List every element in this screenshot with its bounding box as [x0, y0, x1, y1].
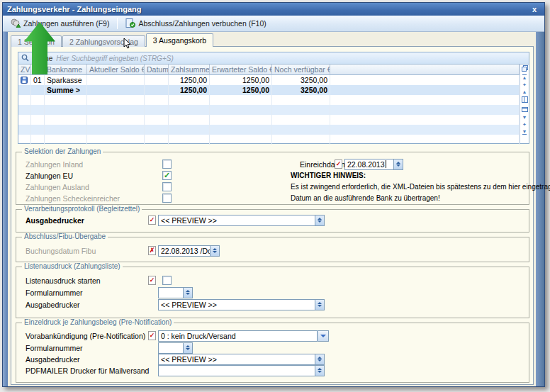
edit-check-icon[interactable]: ✓	[148, 215, 156, 225]
tab-zahlungsvorschlag[interactable]: 2 Zahlungsvorschlag	[62, 35, 145, 47]
chevron-down-icon[interactable]	[318, 330, 329, 342]
checkbox-zahlungen-ausland[interactable]	[162, 182, 172, 191]
ausgabedrucker-select[interactable]: << PREVIEW >>	[158, 215, 315, 226]
section-einzeldruck-title: Einzeldruck je Zahlungsbeleg (Pre-Notifi…	[22, 318, 174, 326]
col-header-datum[interactable]: Datum	[145, 65, 169, 75]
cell-noch-verfuegbar: 3250,00	[272, 75, 330, 85]
table-row[interactable]: 01 Sparkasse 1250,00 1250,00 3250,00	[18, 75, 520, 85]
section-selektion: Selektion der Zahlungen Zahlungen Inland…	[16, 152, 529, 205]
checkbox-zahlungen-scheckeinreicher[interactable]	[162, 194, 172, 203]
scroll-down-icon[interactable]: ▼	[522, 115, 527, 120]
cell-summe-erwarteter-saldo: 1250,00	[210, 85, 272, 95]
toolbar: Zahlungen ausführen (F9) Abschluss/Zahlu…	[3, 16, 544, 32]
table-row[interactable]	[18, 135, 520, 145]
buchungsdatum-input[interactable]: 22.08.2013 /Do	[158, 245, 211, 257]
tab-ausgangskorb[interactable]: 3 Ausgangskorb	[146, 33, 213, 47]
title-bar: Zahlungsverkehr - Zahlungseingang x	[3, 3, 544, 16]
sum-icon[interactable]	[522, 106, 528, 113]
einreichdatum-input[interactable]: 22.08.2013	[344, 159, 394, 170]
checkbox-zahlungen-eu[interactable]: ✓	[162, 171, 172, 180]
pdfmailer-select[interactable]	[158, 365, 315, 376]
hinweis-title: WICHTIGER HINWEIS:	[291, 172, 366, 179]
append-row-icon[interactable]: ✦	[522, 122, 527, 127]
table-header-row: ZV Nr. Bankname Aktueller Saldo € Datum …	[18, 65, 520, 75]
window-title: Zahlungsverkehr - Zahlungseingang	[7, 5, 141, 13]
einreichdatum-spinner[interactable]	[394, 159, 403, 170]
floppy-icon	[18, 75, 31, 85]
ausgabedrucker-label: Ausgabedrucker	[26, 355, 79, 364]
section-selektion-title: Selektion der Zahlungen	[22, 147, 103, 155]
ausgabedrucker-select[interactable]: << PREVIEW >>	[158, 354, 315, 365]
window-frame-right	[536, 32, 544, 386]
formularnummer-input[interactable]	[158, 342, 184, 354]
cell-erwarteter-saldo: 1250,00	[210, 75, 272, 85]
toolbar-separator	[117, 18, 118, 29]
hinweis-line1: Es ist zwingend erforderlich, die XML-Da…	[291, 183, 550, 191]
edit-cross-icon[interactable]: ✗	[148, 246, 156, 255]
cell-zahlsumme: 1250,00	[169, 75, 210, 85]
copy-icon[interactable]	[522, 65, 528, 72]
checkbox-listenausdruck-starten[interactable]	[162, 276, 172, 285]
table-row[interactable]	[18, 115, 520, 125]
checkbox-label-scheckeinreicher: Zahlungen Scheckeinreicher	[26, 194, 120, 203]
cell-summe-noch-verfuegbar: 3250,00	[272, 85, 330, 95]
col-header-bankname[interactable]: Bankname	[45, 65, 87, 75]
formularnummer-spinner[interactable]	[184, 287, 193, 298]
execute-payments-button[interactable]: Zahlungen ausführen (F9)	[7, 17, 113, 30]
scroll-last-icon[interactable]: ▼	[522, 129, 527, 135]
bank-table: Suche Hier Suchbegriff eingeben (STRG+S)…	[18, 52, 529, 144]
hinweis-line2: Datum an die ausführende Bank zu übertra…	[291, 194, 440, 202]
post-payments-label: Abschluss/Zahlungen verbuchen (F10)	[138, 19, 266, 28]
table-row[interactable]	[18, 95, 520, 105]
col-header-aktueller-saldo[interactable]: Aktueller Saldo €	[87, 65, 145, 75]
edit-check-icon[interactable]: ✓	[335, 159, 342, 169]
ausgabedrucker-spinner[interactable]	[315, 299, 325, 310]
col-header-zv[interactable]: ZV	[18, 65, 31, 75]
checkbox-label-eu: Zahlungen EU	[26, 172, 73, 180]
ausgabedrucker-label: Ausgabedrucker	[26, 216, 84, 225]
formularnummer-input[interactable]	[158, 287, 184, 298]
scroll-up-icon[interactable]: ▲	[522, 89, 527, 94]
tab-content-panel: Suche Hier Suchbegriff eingeben (STRG+S)…	[11, 46, 534, 385]
cell-nr: 01	[31, 75, 45, 85]
table-row[interactable]	[18, 105, 520, 115]
col-header-erwarteter-saldo[interactable]: Erwarteter Saldo €	[210, 65, 272, 75]
section-verarbeitungsprotokoll-title: Verarbeitungsprotokoll (Begleitzettel)	[22, 205, 142, 213]
scroll-first-icon[interactable]: ▲	[522, 74, 527, 80]
formularnummer-label: Formularnummer	[26, 344, 83, 352]
col-header-zahlsumme[interactable]: Zahlsumme €	[169, 65, 210, 75]
col-header-noch-verfuegbar[interactable]: Noch verfügbar €	[272, 65, 330, 75]
vorabankuendigung-label: Vorabankündigung (Pre-Notification)	[26, 332, 145, 340]
section-abschluss: Abschluss/Fibu-Übergabe Buchungsdatum Fi…	[16, 237, 529, 262]
cell-bankname: Sparkasse	[45, 75, 87, 85]
insert-row-icon[interactable]: ✦	[522, 82, 527, 87]
ausgabedrucker-spinner[interactable]	[315, 354, 325, 365]
formularnummer-spinner[interactable]	[184, 342, 193, 354]
ausgabedrucker-select[interactable]: << PREVIEW >>	[158, 299, 315, 310]
cell-aktueller-saldo	[87, 75, 145, 85]
section-einzeldruck: Einzeldruck je Zahlungsbeleg (Pre-Notifi…	[16, 323, 529, 383]
buchungsdatum-spinner[interactable]	[211, 245, 220, 257]
table-sum-row[interactable]: Summe > 1250,00 1250,00 3250,00	[18, 85, 520, 95]
section-listenausdruck-title: Listenausdruck (Zahlungsliste)	[22, 262, 123, 270]
section-verarbeitungsprotokoll: Verarbeitungsprotokoll (Begleitzettel) A…	[16, 209, 529, 233]
column-layout-icon[interactable]	[522, 96, 528, 103]
section-abschluss-title: Abschluss/Fibu-Übergabe	[22, 233, 108, 240]
vorabankuendigung-select[interactable]: 0 : kein Druck/Versand	[158, 330, 318, 342]
ausgabedrucker-label: Ausgabedrucker	[26, 301, 79, 309]
close-button[interactable]: x	[529, 5, 540, 13]
table-body: ZV Nr. Bankname Aktueller Saldo € Datum …	[18, 65, 520, 143]
table-search-bar[interactable]: Suche Hier Suchbegriff eingeben (STRG+S)	[18, 52, 529, 65]
cell-datum	[145, 75, 169, 85]
post-payments-button[interactable]: Abschluss/Zahlungen verbuchen (F10)	[122, 17, 269, 30]
mouse-cursor	[123, 38, 132, 51]
checkbox-label-inland: Zahlungen Inland	[26, 160, 83, 169]
edit-check-icon[interactable]: ✓	[148, 276, 156, 285]
edit-check-icon[interactable]: ✓	[148, 331, 156, 340]
text-caret	[386, 160, 386, 168]
checkbox-zahlungen-inland[interactable]	[162, 159, 172, 169]
search-input[interactable]: Hier Suchbegriff eingeben (STRG+S)	[56, 55, 173, 62]
pdfmailer-spinner[interactable]	[315, 365, 325, 376]
ausgabedrucker-spinner[interactable]	[315, 215, 325, 226]
table-row[interactable]	[18, 125, 520, 135]
